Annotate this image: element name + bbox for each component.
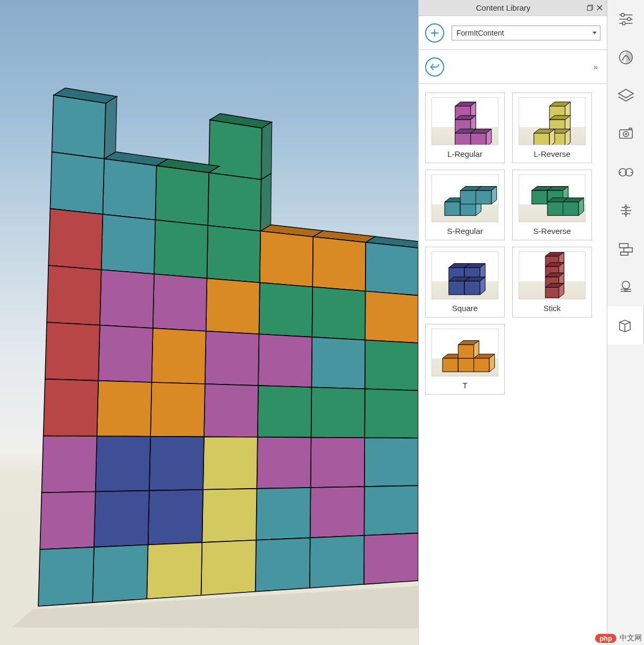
- more-button[interactable]: »: [591, 61, 600, 73]
- svg-marker-5: [365, 291, 418, 343]
- svg-marker-31: [256, 538, 310, 591]
- chevron-down-icon: [592, 31, 597, 34]
- materials-tab[interactable]: [607, 38, 644, 77]
- svg-marker-49: [150, 382, 205, 437]
- library-item-square[interactable]: Square: [425, 247, 505, 317]
- svg-marker-11: [365, 438, 418, 487]
- library-item-s-reverse[interactable]: S-Reverse: [512, 170, 592, 240]
- svg-marker-57: [98, 325, 153, 382]
- library-item-label: L-Reverse: [533, 149, 570, 158]
- svg-point-166: [625, 133, 627, 135]
- svg-point-159: [621, 13, 624, 16]
- svg-point-171: [625, 213, 627, 215]
- section-icon: [617, 279, 634, 296]
- svg-marker-22: [310, 487, 365, 538]
- add-content-button[interactable]: [425, 23, 444, 43]
- svg-marker-42: [202, 489, 257, 542]
- svg-marker-66: [48, 208, 103, 270]
- svg-marker-38: [206, 278, 260, 334]
- layers-tab[interactable]: [607, 77, 644, 115]
- svg-rect-121: [563, 202, 579, 215]
- s-regular-thumb: [431, 174, 498, 222]
- svg-rect-157: [458, 345, 473, 358]
- svg-marker-60: [94, 491, 149, 547]
- svg-rect-74: [587, 6, 591, 10]
- undock-button[interactable]: [586, 4, 594, 12]
- t-piece-thumb: [431, 329, 498, 376]
- svg-marker-20: [311, 387, 365, 438]
- library-source-dropdown[interactable]: FormItContent: [452, 26, 600, 40]
- svg-rect-133: [464, 281, 480, 295]
- svg-marker-40: [204, 384, 258, 437]
- viewport-3d[interactable]: [0, 0, 418, 645]
- svg-marker-47: [153, 274, 207, 331]
- svg-marker-33: [261, 122, 272, 179]
- svg-marker-27: [258, 334, 312, 387]
- svg-rect-154: [474, 358, 489, 372]
- library-item-label: Stick: [544, 304, 561, 313]
- svg-marker-35: [260, 173, 271, 231]
- l-regular-thumb: [431, 97, 498, 145]
- library-item-s-regular[interactable]: S-Regular: [425, 170, 505, 240]
- section-tab[interactable]: [607, 268, 644, 306]
- library-item-stick[interactable]: Stick: [512, 247, 592, 317]
- svg-rect-106: [460, 190, 476, 204]
- svg-marker-30: [256, 488, 311, 540]
- panel-toolbar: FormItContent: [419, 16, 607, 50]
- library-item-l-reverse[interactable]: L-Reverse: [512, 93, 592, 163]
- svg-marker-55: [101, 214, 156, 274]
- svg-marker-41: [203, 437, 258, 489]
- library-item-l-regular[interactable]: L-Regular: [425, 93, 505, 163]
- scenes-tab[interactable]: [607, 115, 644, 153]
- svg-marker-163: [618, 89, 633, 98]
- svg-marker-48: [151, 328, 206, 384]
- svg-marker-26: [259, 282, 312, 337]
- svg-marker-28: [258, 386, 312, 437]
- layers-icon: [617, 87, 634, 104]
- content-library-icon: [617, 317, 634, 334]
- svg-marker-58: [97, 381, 151, 437]
- content-library-panel: Content Library FormItContent »: [418, 0, 607, 645]
- content-library-tab[interactable]: [607, 306, 644, 345]
- dropdown-value: FormItContent: [456, 29, 504, 37]
- svg-rect-145: [545, 287, 558, 298]
- library-item-label: S-Reverse: [533, 227, 571, 236]
- svg-rect-82: [455, 133, 470, 145]
- properties-icon: [617, 11, 634, 28]
- close-panel-button[interactable]: [595, 4, 604, 12]
- scenes-icon: [617, 125, 634, 143]
- library-item-label: S-Regular: [447, 227, 483, 236]
- levels-tab[interactable]: [607, 191, 644, 230]
- svg-rect-97: [534, 133, 549, 145]
- svg-rect-118: [547, 202, 563, 215]
- scene-canvas: [0, 0, 418, 645]
- svg-rect-85: [471, 133, 486, 145]
- svg-marker-72: [38, 547, 94, 606]
- svg-point-170: [625, 206, 627, 208]
- right-tool-rail: [607, 0, 644, 645]
- svg-marker-69: [44, 379, 99, 436]
- library-item-t-piece[interactable]: T: [425, 324, 505, 395]
- svg-marker-29: [257, 437, 311, 489]
- library-item-label: T: [462, 381, 467, 390]
- svg-marker-9: [365, 389, 418, 438]
- svg-point-176: [625, 289, 627, 291]
- l-reverse-thumb: [519, 97, 586, 145]
- svg-marker-64: [52, 95, 106, 159]
- panel-titlebar: Content Library: [419, 0, 607, 16]
- back-button[interactable]: [425, 57, 444, 77]
- svg-marker-15: [364, 533, 418, 584]
- properties-tab[interactable]: [607, 0, 644, 38]
- watermark-text: 中文网: [620, 633, 642, 643]
- svg-marker-46: [154, 220, 208, 278]
- svg-marker-45: [155, 166, 209, 225]
- groups-tab[interactable]: [607, 230, 644, 268]
- svg-rect-172: [620, 244, 628, 248]
- visual-styles-tab[interactable]: [607, 153, 644, 191]
- svg-rect-167: [629, 128, 632, 130]
- svg-marker-13: [364, 485, 418, 535]
- svg-point-160: [628, 18, 631, 21]
- watermark-pill: php: [595, 634, 616, 643]
- svg-marker-43: [201, 540, 256, 596]
- svg-rect-112: [532, 190, 547, 204]
